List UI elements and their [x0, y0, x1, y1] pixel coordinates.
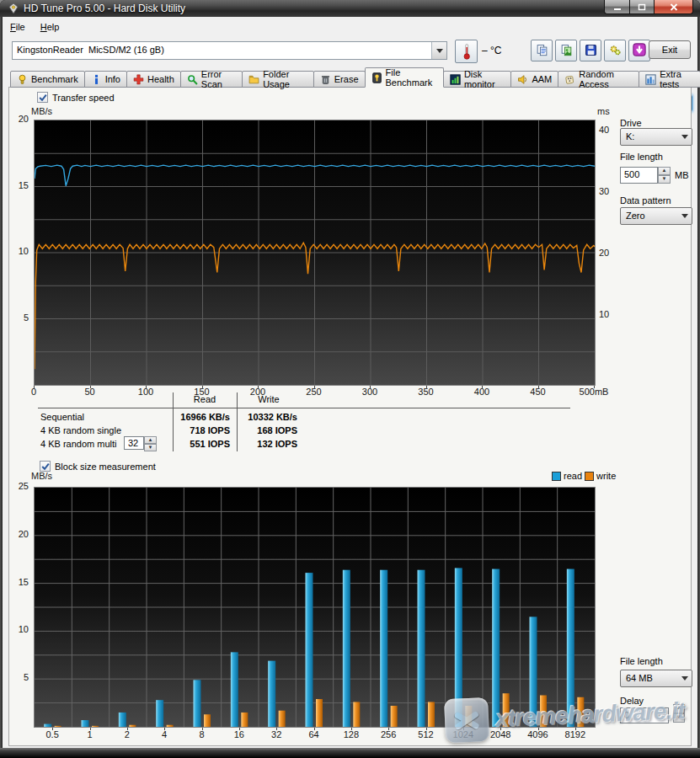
- x-tickmark: [594, 386, 595, 388]
- x-tick: 4: [143, 729, 185, 739]
- copy-image-button[interactable]: [555, 40, 577, 61]
- tab-erase[interactable]: Erase: [313, 71, 366, 88]
- tab-disk-monitor[interactable]: Disk monitor: [443, 71, 512, 88]
- temperature-unit: °C: [490, 45, 501, 56]
- bar-write-0.5: [55, 726, 61, 727]
- x-tickmark: [34, 386, 35, 388]
- window-controls: [604, 0, 693, 14]
- exit-button-label: Exit: [662, 45, 677, 55]
- block-size-label: Block size measurement: [55, 462, 156, 472]
- file-length2-value: 64 MB: [621, 670, 678, 686]
- data-pattern-select[interactable]: Zero: [620, 207, 692, 225]
- bar-read-2: [119, 713, 126, 727]
- x-tickmark: [127, 728, 128, 730]
- x-tickmark: [164, 728, 165, 730]
- x-tickmark: [202, 728, 203, 730]
- menu-item-file[interactable]: File: [3, 19, 33, 35]
- device-selector-arrow[interactable]: [431, 42, 446, 59]
- gauge-icon: [371, 72, 382, 83]
- tab-file-benchmark[interactable]: File Benchmark: [365, 67, 444, 88]
- tab-label: File Benchmark: [386, 67, 437, 88]
- file-length2-select[interactable]: 64 MB: [620, 670, 692, 687]
- y-tick-left: 15: [7, 180, 29, 190]
- menu-item-help[interactable]: Help: [33, 19, 67, 35]
- app-window: HD Tune Pro 5.00 - Hard Disk Utility Fil…: [0, 0, 700, 758]
- spinner-buttons[interactable]: ▲▼: [144, 436, 157, 450]
- save-screenshot-button[interactable]: [580, 40, 601, 61]
- bulb-icon: [17, 74, 28, 85]
- bar-read-32: [268, 661, 275, 727]
- drive-select[interactable]: K:: [620, 128, 692, 146]
- tab-folder-usage[interactable]: Folder Usage: [242, 71, 314, 88]
- x-tickmark: [239, 728, 240, 730]
- update-button[interactable]: [628, 40, 650, 61]
- spin-down-icon[interactable]: ▼: [658, 175, 671, 184]
- x-tick: 2: [106, 729, 148, 739]
- queue-depth-spinner[interactable]: 32▲▼: [124, 436, 157, 450]
- minimize-button[interactable]: [604, 0, 630, 14]
- copy-green-icon: [560, 44, 573, 58]
- spin-down-icon[interactable]: ▼: [144, 444, 157, 451]
- spin-up-icon[interactable]: ▲: [144, 436, 157, 444]
- y-axis-unit-right: ms: [597, 106, 610, 116]
- queue-depth-value[interactable]: 32: [124, 436, 144, 450]
- drive-label: Drive: [620, 118, 642, 128]
- y-tick-left: 5: [7, 312, 29, 323]
- transfer-speed-checkbox[interactable]: Transfer speed: [37, 92, 115, 103]
- file-length-label: File length: [620, 152, 663, 162]
- info-icon: [91, 74, 102, 85]
- maximize-button[interactable]: [630, 0, 655, 14]
- copy-text-button[interactable]: [531, 40, 553, 61]
- drive-select-arrow[interactable]: [678, 129, 692, 145]
- app-icon: [8, 3, 19, 14]
- watermark-text: xtremehardware.it: [494, 697, 684, 733]
- exit-button[interactable]: Exit: [649, 40, 691, 59]
- tab-random-access[interactable]: Random Access: [558, 71, 639, 88]
- tab-health[interactable]: Health: [126, 71, 181, 88]
- temperature-value: –: [482, 45, 488, 56]
- y-tick: 25: [7, 481, 29, 491]
- file-length2-arrow[interactable]: [678, 670, 692, 686]
- transfer-speed-chart: [34, 120, 596, 386]
- bar-read-8: [194, 680, 201, 727]
- spinner-buttons[interactable]: ▲▼: [658, 167, 671, 184]
- y-tick-right: 40: [599, 125, 609, 135]
- tab-benchmark[interactable]: Benchmark: [10, 71, 85, 88]
- data-pattern-arrow[interactable]: [678, 208, 692, 224]
- drive-select-value: K:: [621, 129, 678, 145]
- bar-read-256: [380, 570, 387, 727]
- legend-swatch-write: [585, 472, 594, 481]
- tab-error-scan[interactable]: Error Scan: [180, 71, 243, 88]
- y-tick: 20: [7, 529, 29, 539]
- temperature-button[interactable]: [455, 40, 478, 63]
- x-tick: 128: [330, 729, 372, 739]
- file-length-spinner[interactable]: 500 ▲▼: [620, 167, 671, 184]
- tab-label: Erase: [334, 74, 359, 84]
- options-button[interactable]: [604, 40, 626, 61]
- tab-label: Disk monitor: [464, 69, 505, 89]
- block-size-checkbox[interactable]: Block size measurement: [40, 461, 156, 472]
- device-selector[interactable]: KingstonReader MicSD/M2 (16 gB): [12, 41, 447, 60]
- checkbox-box[interactable]: [37, 92, 48, 103]
- y-tick-right: 10: [599, 309, 609, 319]
- tab-label: Info: [105, 74, 120, 84]
- bar-write-32: [279, 711, 286, 727]
- tab-label: Random Access: [579, 69, 633, 89]
- legend-swatch-read: [552, 472, 561, 481]
- data-pattern-value: Zero: [621, 208, 678, 224]
- bar-write-512: [428, 702, 435, 727]
- tab-extra-tests[interactable]: Extra tests: [639, 71, 700, 88]
- tab-aam[interactable]: AAM: [510, 71, 558, 88]
- file-length-value[interactable]: 500: [620, 167, 658, 184]
- y-tick: 10: [7, 624, 29, 634]
- close-button[interactable]: [655, 0, 693, 14]
- x-tickmark: [258, 386, 259, 388]
- bar-read-1: [82, 720, 89, 727]
- tab-info[interactable]: Info: [84, 71, 127, 88]
- temperature-readout: – °C: [482, 45, 502, 56]
- spin-up-icon[interactable]: ▲: [658, 167, 671, 175]
- x-tick: 256: [367, 729, 409, 739]
- gears-icon: [609, 44, 622, 58]
- magnifier-icon: [187, 74, 198, 85]
- result-row-label: Sequential: [40, 412, 84, 422]
